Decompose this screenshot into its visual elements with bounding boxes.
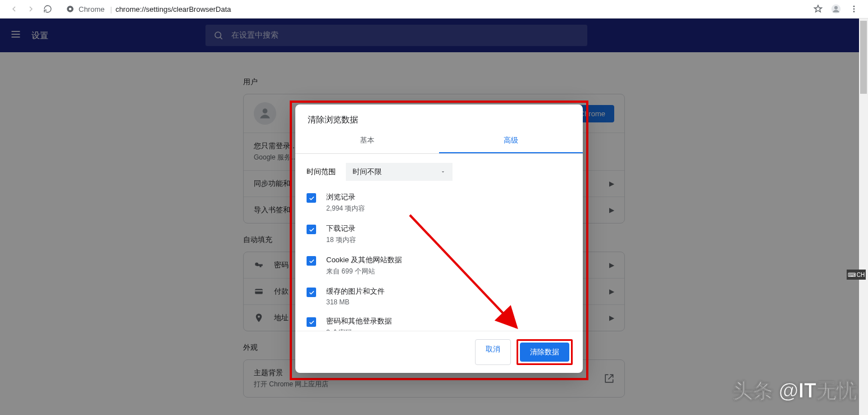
- clear-data-button[interactable]: 清除数据: [520, 343, 569, 362]
- checkbox-checked-icon[interactable]: [307, 256, 316, 266]
- checkbox-checked-icon[interactable]: [307, 288, 316, 297]
- checkbox-checked-icon[interactable]: [307, 317, 316, 327]
- svg-point-3: [834, 6, 838, 10]
- option-downloads[interactable]: 下载记录18 项内容: [307, 224, 572, 245]
- option-passwords[interactable]: 密码和其他登录数据3 个密码: [307, 316, 572, 331]
- forward-icon[interactable]: [26, 4, 36, 14]
- annotation-highlight: 清除数据: [517, 339, 573, 365]
- page-scrollbar[interactable]: [859, 19, 868, 415]
- dropdown-icon: [440, 169, 446, 175]
- origin-label: Chrome: [79, 5, 104, 13]
- ime-indicator: ⌨CH: [847, 270, 866, 280]
- chrome-icon: [66, 5, 74, 13]
- tab-basic[interactable]: 基本: [295, 129, 439, 153]
- address-bar[interactable]: Chrome | chrome://settings/clearBrowserD…: [63, 2, 803, 16]
- star-icon[interactable]: [813, 4, 823, 14]
- menu-icon[interactable]: [849, 4, 859, 14]
- option-cache[interactable]: 缓存的图片和文件318 MB: [307, 286, 572, 306]
- back-icon[interactable]: [9, 4, 19, 14]
- time-range-select[interactable]: 时间不限: [346, 163, 453, 181]
- tab-advanced[interactable]: 高级: [439, 129, 583, 153]
- cancel-button[interactable]: 取消: [475, 339, 511, 365]
- dialog-body[interactable]: 时间范围 时间不限 浏览记录2,994 项内容 下载记录18 项内容 Cooki…: [295, 154, 583, 331]
- dialog-footer: 取消 清除数据: [295, 331, 583, 373]
- profile-icon[interactable]: [831, 4, 841, 14]
- svg-point-5: [853, 8, 855, 10]
- url-text: chrome://settings/clearBrowserData: [116, 5, 231, 13]
- svg-point-4: [853, 6, 855, 7]
- checkbox-checked-icon[interactable]: [307, 225, 316, 234]
- time-range-label: 时间范围: [307, 167, 336, 177]
- svg-point-1: [69, 8, 72, 11]
- dialog-tabs: 基本 高级: [295, 129, 583, 154]
- dialog-title: 清除浏览数据: [295, 104, 583, 129]
- browser-toolbar: Chrome | chrome://settings/clearBrowserD…: [0, 0, 868, 19]
- checkbox-checked-icon[interactable]: [307, 193, 316, 203]
- reload-icon[interactable]: [43, 4, 53, 14]
- option-cookies[interactable]: Cookie 及其他网站数据来自 699 个网站: [307, 255, 572, 276]
- svg-point-6: [853, 11, 855, 12]
- watermark: 头条 @IT无忧: [733, 377, 857, 405]
- clear-data-dialog: 清除浏览数据 基本 高级 时间范围 时间不限 浏览记录2,994 项内容 下载记…: [295, 104, 583, 373]
- option-history[interactable]: 浏览记录2,994 项内容: [307, 192, 572, 213]
